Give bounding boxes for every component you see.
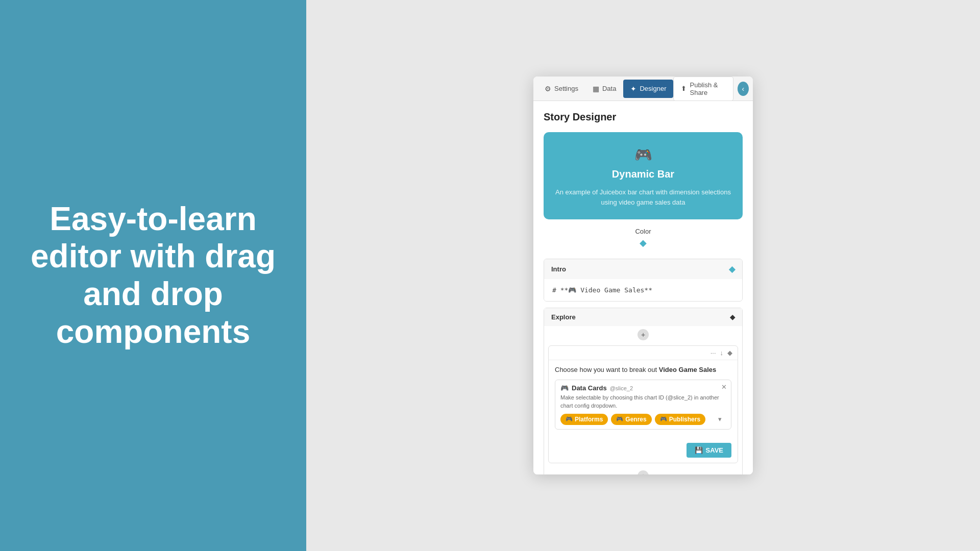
explore-header[interactable]: Explore ◆ [544,308,742,326]
more-options-button[interactable]: ··· [710,349,716,357]
save-icon: 💾 [695,446,703,454]
save-button[interactable]: 💾 SAVE [687,443,731,458]
tab-bar: ⚙ Settings ▦ Data ✦ Designer ⬆ Publish &… [533,77,753,101]
left-panel: Easy-to-learn editor with drag and drop … [0,0,306,551]
intro-body: # **🎮 Video Game Sales** [544,279,742,301]
publish-icon: ⬆ [681,85,687,92]
intro-header[interactable]: Intro ◆ [544,259,742,279]
save-row: 💾 SAVE [549,439,738,463]
explore-drop-icon: ◆ [730,313,735,321]
app-window: ⚙ Settings ▦ Data ✦ Designer ⬆ Publish &… [533,77,753,474]
settings-icon: ⚙ [545,85,551,93]
move-down-button[interactable]: ↓ [720,349,724,357]
explore-label: Explore [551,313,576,321]
component-toolbar: ··· ↓ ◆ [549,346,738,360]
card-title: Dynamic Bar [554,168,732,180]
intro-drop-icon: ◆ [729,264,735,274]
card-game-icon: 🎮 [554,146,732,163]
component-body: Choose how you want to break out Video G… [549,360,738,439]
intro-section: Intro ◆ # **🎮 Video Game Sales** [544,259,743,302]
explore-section: Explore ◆ + ··· ↓ ◆ Choose [544,308,743,474]
expand-tags-button[interactable]: ▾ [718,415,722,423]
publishers-tag-icon: 🎮 [660,416,667,422]
data-card-id: @slice_2 [610,385,633,391]
add-row-bottom: + [544,467,742,474]
data-card-game-icon: 🎮 [560,384,569,392]
color-label: Color [544,228,743,235]
tab-settings[interactable]: ⚙ Settings [537,80,585,98]
close-data-card-button[interactable]: ✕ [721,383,727,391]
right-area: ⚙ Settings ▦ Data ✦ Designer ⬆ Publish &… [306,0,980,551]
component-question: Choose how you want to break out Video G… [555,365,731,374]
platforms-tag-icon: 🎮 [566,416,573,422]
data-card-description: Make selectable by choosing this chart I… [560,394,726,410]
component-card: ··· ↓ ◆ Choose how you want to break out… [548,345,738,463]
data-card-title: Data Cards [572,384,607,392]
tag-genres[interactable]: 🎮 Genres [611,414,651,425]
genres-tag-icon: 🎮 [616,416,623,422]
publishers-tag-label: Publishers [669,416,700,423]
platforms-tag-label: Platforms [575,416,603,423]
intro-content[interactable]: # **🎮 Video Game Sales** [552,286,734,294]
card-description: An example of Juicebox bar chart with di… [554,187,732,207]
tag-platforms[interactable]: 🎮 Platforms [560,414,608,425]
add-row-top: + [544,326,742,343]
tab-data[interactable]: ▦ Data [585,80,623,98]
tags-row: 🎮 Platforms 🎮 Genres 🎮 Publishers [560,414,726,425]
data-card-header: 🎮 Data Cards @slice_2 [560,384,726,392]
add-button-top[interactable]: + [638,329,649,340]
collapse-button[interactable]: ‹ [738,82,749,96]
tab-designer[interactable]: ✦ Designer [623,80,673,98]
designer-icon: ✦ [630,85,636,93]
tab-publish[interactable]: ⬆ Publish & Share [673,77,733,101]
panel-title: Story Designer [544,111,743,123]
color-swatch[interactable]: ◆ [544,237,743,248]
panel-content[interactable]: Story Designer 🎮 Dynamic Bar An example … [533,101,753,474]
hero-headline: Easy-to-learn editor with drag and drop … [31,201,276,350]
color-row: Color ◆ [544,228,743,248]
tag-publishers[interactable]: 🎮 Publishers [655,414,705,425]
add-button-bottom[interactable]: + [638,470,649,474]
component-drop-icon: ◆ [727,349,732,357]
data-icon: ▦ [593,85,599,93]
clear-tags-button[interactable]: ✕ [709,415,715,423]
intro-label: Intro [551,265,566,273]
story-card: 🎮 Dynamic Bar An example of Juicebox bar… [544,132,743,219]
data-card-row: ✕ 🎮 Data Cards @slice_2 Make selectable … [555,380,731,430]
genres-tag-label: Genres [625,416,646,423]
